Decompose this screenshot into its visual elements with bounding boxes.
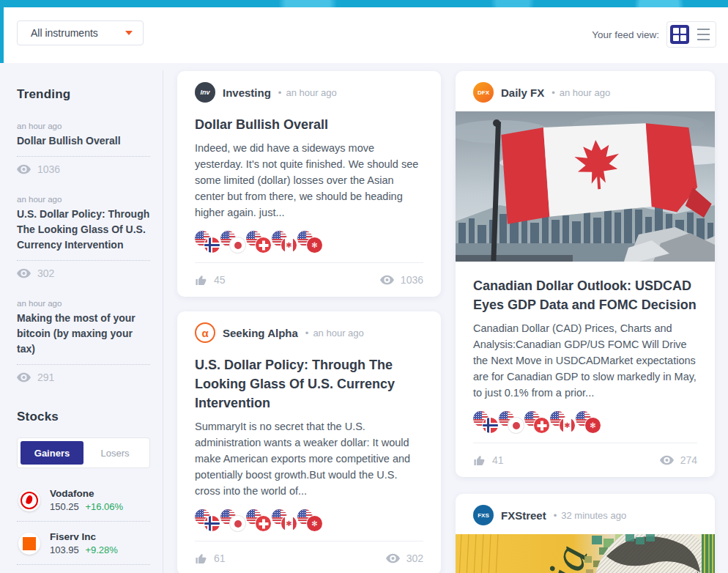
stock-price: 150.25 bbox=[50, 501, 79, 512]
flag-chf-icon bbox=[256, 516, 271, 531]
currency-pair-icon-usd-hkd[interactable] bbox=[576, 411, 601, 433]
card-header: DFX Daily FX an hour ago bbox=[473, 71, 697, 103]
currency-pair-icon-usd-hkd[interactable] bbox=[297, 231, 322, 253]
fiserv-logo bbox=[18, 533, 40, 555]
flag-nok-icon bbox=[483, 418, 498, 433]
views-count: 291 bbox=[37, 371, 54, 383]
top-accent-bar bbox=[0, 0, 728, 7]
flag-cad-icon bbox=[281, 237, 297, 253]
eye-icon bbox=[17, 164, 31, 174]
currency-pair-icon-usd-cad[interactable] bbox=[550, 411, 575, 433]
trending-item-title[interactable]: Dollar Bullish Overall bbox=[17, 133, 150, 157]
eye-icon bbox=[17, 372, 31, 382]
article-excerpt: Canadian Dollar (CAD) Prices, Charts and… bbox=[473, 320, 697, 401]
article-title[interactable]: Canadian Dollar Outlook: USDCAD Eyes GDP… bbox=[473, 276, 697, 314]
source-name[interactable]: Seeking Alpha bbox=[223, 327, 298, 339]
likes-count: 45 bbox=[214, 274, 226, 286]
currency-pair-icon-usd-nok[interactable] bbox=[473, 411, 498, 433]
eye-icon bbox=[386, 553, 400, 563]
flag-jpy-icon bbox=[230, 516, 245, 531]
stock-name: Vodafone bbox=[50, 488, 123, 499]
card-footer: 45 1036 bbox=[195, 263, 423, 297]
stock-row-fiserv[interactable]: Fiserv Inc 103.95 +9.28% bbox=[17, 522, 150, 565]
view-toggle-group bbox=[666, 21, 716, 48]
stock-change: +16.06% bbox=[85, 501, 123, 512]
tab-losers[interactable]: Losers bbox=[83, 441, 146, 465]
post-time: 32 minutes ago bbox=[554, 510, 626, 521]
views-counter: 302 bbox=[386, 552, 423, 564]
flag-chf-icon bbox=[534, 418, 549, 433]
article-image-canadian-flag[interactable] bbox=[456, 111, 715, 262]
article-image-aud-banknote[interactable]: alia bbox=[456, 534, 715, 573]
feed-column-2: DFX Daily FX an hour ago bbox=[456, 63, 715, 573]
thumbs-up-icon bbox=[473, 454, 486, 467]
stock-row-vodafone[interactable]: Vodafone 150.25 +16.06% bbox=[17, 478, 150, 522]
trending-item-title[interactable]: U.S. Dollar Policy: Through The Looking … bbox=[17, 207, 150, 261]
stocks-tab-group: Gainers Losers bbox=[17, 437, 150, 468]
currency-pair-icon-usd-chf[interactable] bbox=[246, 509, 271, 531]
left-accent-strip bbox=[0, 7, 4, 63]
sidebar-divider bbox=[163, 70, 163, 573]
flag-jpy-icon bbox=[508, 418, 524, 433]
currency-pair-icon-usd-jpy[interactable] bbox=[220, 231, 245, 253]
source-name[interactable]: Daily FX bbox=[501, 86, 544, 99]
views-count: 302 bbox=[37, 267, 54, 279]
article-excerpt: Indeed, we did have a sideways move yest… bbox=[195, 140, 423, 221]
trending-item-title[interactable]: Making the most of your bitcoin (by maxi… bbox=[17, 311, 150, 365]
trending-heading: Trending bbox=[17, 87, 150, 102]
card-footer: 61 302 bbox=[195, 541, 423, 573]
post-time: an hour ago bbox=[551, 87, 610, 98]
views-count: 302 bbox=[406, 552, 423, 564]
source-name[interactable]: FXStreet bbox=[501, 509, 546, 522]
card-footer: 41 274 bbox=[473, 443, 697, 477]
currency-pair-icon-usd-chf[interactable] bbox=[246, 231, 271, 253]
flag-jpy-icon bbox=[230, 237, 245, 253]
currency-pair-icon-usd-nok[interactable] bbox=[195, 509, 220, 531]
currency-pair-icon-usd-hkd[interactable] bbox=[297, 509, 322, 531]
currency-pair-icon-usd-jpy[interactable] bbox=[220, 509, 245, 531]
trending-item: an hour ago Dollar Bullish Overall 1036 bbox=[17, 122, 150, 175]
like-button[interactable]: 41 bbox=[473, 454, 504, 467]
currency-pair-icon-usd-cad[interactable] bbox=[272, 509, 297, 531]
views-count: 274 bbox=[680, 454, 697, 466]
flag-hkd-icon bbox=[307, 237, 322, 253]
trending-item-time: an hour ago bbox=[17, 122, 150, 130]
flag-hkd-icon bbox=[307, 516, 322, 531]
eye-icon bbox=[17, 268, 31, 278]
grid-view-icon[interactable] bbox=[670, 25, 689, 44]
likes-count: 61 bbox=[214, 552, 226, 564]
like-button[interactable]: 61 bbox=[195, 552, 226, 565]
views-counter: 274 bbox=[660, 454, 697, 466]
card-header: α Seeking Alpha an hour ago bbox=[195, 311, 423, 343]
news-card-fxstreet: FXS FXStreet 32 minutes ago bbox=[456, 494, 715, 573]
trending-item-time: an hour ago bbox=[17, 195, 150, 204]
fxstreet-logo: FXS bbox=[473, 505, 494, 525]
thumbs-up-icon bbox=[195, 274, 207, 286]
currency-pair-icon-usd-nok[interactable] bbox=[195, 231, 220, 253]
instrument-flags bbox=[195, 509, 423, 531]
stock-name: Fiserv Inc bbox=[50, 531, 118, 542]
trending-item-time: an hour ago bbox=[17, 299, 150, 308]
tab-gainers[interactable]: Gainers bbox=[21, 441, 83, 465]
views-count: 1036 bbox=[401, 274, 423, 286]
trending-item-views: 302 bbox=[17, 267, 150, 279]
currency-pair-icon-usd-chf[interactable] bbox=[524, 411, 549, 433]
like-button[interactable]: 45 bbox=[195, 274, 226, 286]
views-count: 1036 bbox=[37, 163, 60, 175]
card-header: Inv Investing an hour ago bbox=[195, 71, 423, 103]
currency-pair-icon-usd-cad[interactable] bbox=[272, 231, 297, 253]
article-title[interactable]: Dollar Bullish Overall bbox=[195, 115, 423, 134]
stock-price-line: 103.95 +9.28% bbox=[50, 544, 118, 555]
source-name[interactable]: Investing bbox=[223, 86, 271, 99]
article-excerpt: SummaryIt is no secret that the U.S. adm… bbox=[195, 418, 423, 499]
article-title[interactable]: U.S. Dollar Policy: Through The Looking … bbox=[195, 355, 423, 413]
trending-item: an hour ago Making the most of your bitc… bbox=[17, 299, 150, 383]
instrument-filter-dropdown[interactable]: All instruments bbox=[17, 21, 144, 45]
stock-row-twitter[interactable]: TWITTER INC 41.01 +8.27% bbox=[17, 565, 150, 573]
currency-pair-icon-usd-jpy[interactable] bbox=[499, 411, 524, 433]
sidebar: Trending an hour ago Dollar Bullish Over… bbox=[17, 63, 150, 573]
post-time: an hour ago bbox=[305, 328, 364, 339]
stock-price-line: 150.25 +16.06% bbox=[50, 501, 123, 512]
flag-cad-icon bbox=[281, 516, 297, 531]
list-view-icon[interactable] bbox=[694, 25, 713, 44]
